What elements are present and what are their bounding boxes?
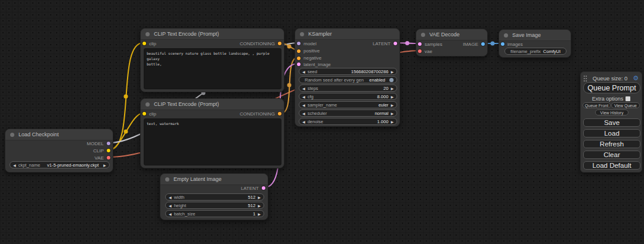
output-slot-conditioning[interactable]: CONDITIONING	[240, 40, 281, 47]
slot-dot-conditioning[interactable]	[278, 42, 281, 45]
increment-arrow-icon[interactable]: ▶	[258, 212, 261, 216]
node-title-bar[interactable]: Load Checkpoint	[5, 129, 113, 140]
slot-dot-latent[interactable]	[262, 186, 265, 190]
output-slot-latent[interactable]: LATENT	[241, 184, 265, 192]
cfg-widget[interactable]: ◀ cfg 8.000 ▶	[299, 93, 397, 100]
queue-front-button[interactable]: Queue Front	[583, 102, 611, 108]
increment-arrow-icon[interactable]: ▶	[391, 86, 394, 90]
input-slot-latent-image[interactable]: latent_image	[297, 61, 331, 68]
node-vae-decode[interactable]: VAE Decode samples vae IMAGE	[416, 29, 488, 57]
increment-arrow-icon[interactable]: ▶	[391, 120, 394, 124]
input-slot-images[interactable]: images	[501, 40, 523, 48]
node-clip-text-encode-positive[interactable]: CLIP Text Encode (Prompt) clip CONDITION…	[140, 28, 284, 92]
slot-dot-conditioning[interactable]	[297, 49, 301, 53]
increment-arrow-icon[interactable]: ▶	[391, 111, 394, 115]
batch-size-widget[interactable]: ◀ batch_size 1 ▶	[165, 210, 264, 217]
collapse-dot-icon[interactable]	[10, 133, 14, 137]
increment-arrow-icon[interactable]: ▶	[391, 70, 394, 74]
denoise-widget[interactable]: ◀ denoise 1.000 ▶	[299, 118, 397, 125]
input-slot-positive[interactable]: positive	[297, 48, 320, 55]
output-slot-model[interactable]: MODEL	[87, 140, 110, 147]
increment-arrow-icon[interactable]: ▶	[391, 95, 394, 99]
slot-dot-conditioning[interactable]	[297, 57, 301, 60]
sampler-name-widget[interactable]: ◀ sampler_name euler ▶	[299, 101, 397, 108]
ckpt-name-widget[interactable]: ◀ ckpt_name v1-5-pruned-emaonly.ckpt ▶	[10, 161, 110, 168]
decrement-arrow-icon[interactable]: ◀	[302, 111, 305, 115]
collapse-dot-icon[interactable]	[504, 33, 508, 37]
node-load-checkpoint[interactable]: Load Checkpoint MODEL CLIP VAE ◀ ckpt_na…	[5, 129, 113, 173]
slot-dot-latent[interactable]	[418, 42, 422, 46]
collapse-dot-icon[interactable]	[165, 177, 169, 182]
decrement-arrow-icon[interactable]: ◀	[302, 86, 305, 90]
node-title-bar[interactable]: KSampler	[295, 29, 400, 40]
gear-icon[interactable]: ⚙	[633, 75, 639, 82]
negative-prompt-textarea[interactable]: text, watermark	[144, 118, 281, 165]
node-title-bar[interactable]: CLIP Text Encode (Prompt)	[141, 99, 284, 110]
slot-dot-latent[interactable]	[297, 62, 301, 66]
save-button[interactable]: Save	[583, 118, 640, 127]
increment-arrow-icon[interactable]: ▶	[258, 204, 261, 208]
increment-arrow-icon[interactable]: ▶	[391, 103, 394, 107]
view-history-button[interactable]: View History	[595, 110, 628, 115]
load-default-button[interactable]: Load Default	[583, 161, 640, 170]
node-empty-latent-image[interactable]: Empty Latent Image LATENT ◀ width 512 ▶ …	[160, 173, 268, 220]
decrement-arrow-icon[interactable]: ◀	[302, 70, 305, 74]
positive-prompt-textarea[interactable]: beautiful scenery nature glass bottle la…	[144, 48, 281, 89]
queue-prompt-button[interactable]: Queue Prompt	[583, 82, 640, 93]
slot-dot-image[interactable]	[481, 42, 485, 46]
input-slot-clip[interactable]: clip	[143, 40, 156, 47]
output-slot-latent[interactable]: LATENT	[373, 40, 397, 47]
output-slot-vae[interactable]: VAE	[95, 154, 110, 161]
output-slot-image[interactable]: IMAGE	[463, 40, 485, 48]
filename-prefix-widget[interactable]: filename_prefix ComfyUI	[504, 48, 566, 55]
collapse-dot-icon[interactable]	[300, 32, 304, 36]
increment-arrow-icon[interactable]: ▶	[258, 195, 261, 199]
seed-widget[interactable]: ◀ seed 156680208700286 ▶	[299, 68, 397, 75]
decrement-arrow-icon[interactable]: ◀	[169, 212, 172, 216]
decrement-arrow-icon[interactable]: ◀	[13, 163, 16, 167]
increment-arrow-icon[interactable]: ▶	[103, 163, 106, 167]
decrement-arrow-icon[interactable]: ◀	[302, 95, 305, 99]
drag-handle-icon[interactable]	[583, 75, 587, 82]
node-ksampler[interactable]: KSampler model positive negative latent_…	[295, 28, 400, 127]
extra-options-checkbox[interactable]	[626, 96, 630, 101]
view-queue-button[interactable]: View Queue	[611, 102, 640, 108]
input-slot-samples[interactable]: samples	[418, 40, 442, 48]
slot-dot-model[interactable]	[297, 42, 301, 45]
scheduler-widget[interactable]: ◀ scheduler normal ▶	[299, 110, 397, 117]
collapse-dot-icon[interactable]	[421, 33, 425, 37]
load-button[interactable]: Load	[583, 129, 640, 137]
input-slot-clip[interactable]: clip	[143, 110, 156, 117]
steps-widget[interactable]: ◀ steps 20 ▶	[299, 85, 397, 92]
refresh-button[interactable]: Refresh	[583, 140, 640, 148]
decrement-arrow-icon[interactable]: ◀	[169, 204, 172, 208]
node-title-bar[interactable]: Save Image	[499, 30, 571, 41]
slot-dot-vae[interactable]	[107, 156, 110, 159]
slot-dot-clip[interactable]	[107, 149, 110, 152]
collapse-dot-icon[interactable]	[145, 102, 150, 107]
node-title-bar[interactable]: CLIP Text Encode (Prompt)	[141, 29, 284, 40]
node-save-image[interactable]: Save Image images filename_prefix ComfyU…	[499, 29, 571, 58]
input-slot-vae[interactable]: vae	[418, 48, 432, 55]
height-widget[interactable]: ◀ height 512 ▶	[165, 202, 264, 209]
width-widget[interactable]: ◀ width 512 ▶	[165, 193, 264, 201]
toggle-circle-icon[interactable]	[389, 78, 394, 82]
slot-dot-image[interactable]	[501, 42, 504, 46]
node-title-bar[interactable]: Empty Latent Image	[160, 174, 268, 185]
output-slot-clip[interactable]: CLIP	[93, 147, 110, 154]
collapse-dot-icon[interactable]	[145, 32, 150, 36]
slot-dot-latent[interactable]	[394, 42, 397, 45]
decrement-arrow-icon[interactable]: ◀	[302, 103, 305, 107]
node-title-bar[interactable]: VAE Decode	[416, 29, 487, 40]
slot-dot-model[interactable]	[107, 142, 110, 145]
random-seed-toggle[interactable]: Random seed after every gen enabled	[299, 76, 397, 83]
input-slot-model[interactable]: model	[297, 40, 317, 47]
decrement-arrow-icon[interactable]: ◀	[169, 195, 172, 199]
node-clip-text-encode-negative[interactable]: CLIP Text Encode (Prompt) clip CONDITION…	[140, 98, 284, 168]
slot-dot-clip[interactable]	[143, 42, 146, 45]
slot-dot-clip[interactable]	[143, 112, 146, 115]
slot-dot-vae[interactable]	[418, 49, 422, 53]
clear-button[interactable]: Clear	[583, 151, 640, 159]
decrement-arrow-icon[interactable]: ◀	[302, 120, 305, 124]
output-slot-conditioning[interactable]: CONDITIONING	[240, 110, 281, 117]
